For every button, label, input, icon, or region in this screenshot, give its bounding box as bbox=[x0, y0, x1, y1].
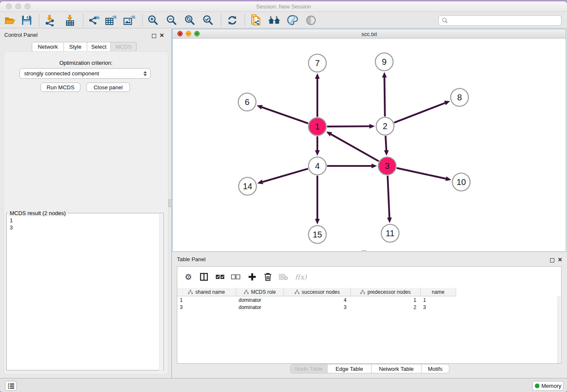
edge-arrowhead bbox=[257, 179, 263, 184]
cell-successor-nodes[interactable]: 3 bbox=[284, 304, 351, 311]
table-row[interactable]: 3dominator323 bbox=[177, 304, 456, 311]
cell-MCDS-role[interactable]: dominator bbox=[236, 304, 284, 311]
table-scrollbar[interactable] bbox=[557, 296, 561, 363]
run-mcds-button[interactable]: Run MCDS bbox=[41, 83, 80, 92]
network-frame-titlebar[interactable]: x − + scc.txt bbox=[173, 29, 566, 39]
cell-MCDS-role[interactable]: dominator bbox=[236, 296, 284, 304]
export-network-icon bbox=[88, 14, 100, 26]
style-preview-button[interactable] bbox=[285, 13, 300, 28]
unselect-all-columns-button[interactable] bbox=[229, 270, 242, 284]
columns-icon bbox=[200, 273, 208, 281]
table-row[interactable]: 1dominator411 bbox=[177, 296, 456, 304]
tab-motifs[interactable]: Motifs bbox=[421, 364, 449, 373]
tab-network-table[interactable]: Network Table bbox=[372, 364, 421, 373]
tab-node-table[interactable]: Node Table bbox=[290, 364, 328, 373]
homes-icon bbox=[267, 15, 281, 26]
zoom-fit-button[interactable] bbox=[183, 13, 197, 28]
control-panel-float-button[interactable] bbox=[152, 32, 156, 40]
edge-2-8[interactable] bbox=[394, 103, 445, 122]
zoom-in-button[interactable] bbox=[146, 13, 160, 28]
toolbar-separator bbox=[245, 14, 245, 26]
column-header-name[interactable]: name bbox=[421, 288, 456, 296]
edge-3-1[interactable] bbox=[331, 134, 379, 161]
edge-2-3[interactable] bbox=[385, 136, 386, 150]
refresh-layout-button[interactable] bbox=[225, 13, 239, 28]
show-columns-button[interactable] bbox=[197, 270, 211, 284]
import-network-button[interactable] bbox=[43, 13, 57, 28]
cell-predecessor-nodes[interactable]: 2 bbox=[351, 304, 421, 311]
mcds-result-list[interactable]: 1 3 bbox=[10, 217, 13, 231]
search-input[interactable] bbox=[448, 17, 561, 25]
control-tab-select[interactable]: Select bbox=[87, 42, 111, 52]
control-panel-close-button[interactable]: ✕ bbox=[160, 31, 164, 39]
open-session-button[interactable] bbox=[3, 13, 17, 28]
sort-hierarchy-icon bbox=[188, 290, 193, 294]
table-panel-close-button[interactable]: ✕ bbox=[558, 256, 562, 263]
export-network-button[interactable] bbox=[87, 13, 101, 28]
result-scrollbar[interactable] bbox=[159, 214, 163, 370]
function-builder-button[interactable]: f(x) bbox=[292, 270, 309, 284]
sort-hierarchy-icon bbox=[295, 290, 300, 294]
edge-arrowhead bbox=[372, 163, 377, 168]
control-tab-network[interactable]: Network bbox=[32, 42, 64, 52]
show-hide-button[interactable] bbox=[304, 13, 318, 28]
memory-label: Memory bbox=[542, 383, 561, 389]
select-all-columns-button[interactable] bbox=[213, 270, 227, 284]
node-label-15: 15 bbox=[313, 230, 322, 239]
zoom-out-button[interactable] bbox=[165, 13, 179, 28]
edge-3-10[interactable] bbox=[396, 168, 446, 179]
home-view-button[interactable] bbox=[267, 13, 281, 28]
node-label-7: 7 bbox=[315, 58, 319, 68]
window-titlebar: Session: New Session bbox=[0, 1, 567, 12]
paint-slash-icon bbox=[286, 14, 298, 26]
zoom-selected-button[interactable] bbox=[201, 13, 215, 28]
checked-boxes-icon bbox=[215, 274, 225, 279]
delete-column-button[interactable] bbox=[261, 270, 275, 284]
edge-3-11[interactable] bbox=[388, 176, 389, 218]
clone-network-button[interactable] bbox=[249, 13, 263, 28]
mcds-result-groupbox: MCDS result (2 nodes) 1 3 bbox=[6, 213, 164, 370]
tab-edge-table[interactable]: Edge Table bbox=[328, 364, 372, 373]
fx-icon: f(x) bbox=[295, 273, 306, 281]
close-panel-button[interactable]: Close panel bbox=[86, 83, 130, 92]
table-settings-button[interactable]: ⚙ bbox=[182, 270, 195, 284]
create-column-button[interactable] bbox=[245, 270, 259, 284]
edge-arrowhead bbox=[446, 177, 451, 181]
edge-1-6[interactable] bbox=[262, 107, 308, 123]
cell-shared-name[interactable]: 1 bbox=[177, 296, 236, 304]
edge-4-14[interactable] bbox=[263, 168, 308, 182]
edge-2-9[interactable] bbox=[384, 77, 385, 116]
plus-icon bbox=[248, 273, 256, 281]
column-header-MCDS-role[interactable]: MCDS role bbox=[236, 288, 284, 296]
cell-name[interactable]: 3 bbox=[421, 304, 456, 311]
network-canvas[interactable]: 1234678910111415 bbox=[173, 39, 566, 251]
status-bar: Memory bbox=[0, 378, 567, 392]
table-header-row: shared nameMCDS rolesuccessor nodesprede… bbox=[177, 288, 456, 296]
export-table-button[interactable] bbox=[104, 13, 118, 28]
save-session-button[interactable] bbox=[19, 13, 34, 28]
cell-predecessor-nodes[interactable]: 1 bbox=[351, 296, 421, 304]
gear-icon: ⚙ bbox=[184, 272, 192, 282]
node-label-3: 3 bbox=[385, 161, 389, 171]
control-tab-mcds[interactable]: MCDS bbox=[111, 42, 137, 52]
control-tab-style[interactable]: Style bbox=[64, 42, 87, 52]
edge-arrowhead bbox=[315, 219, 319, 224]
memory-button[interactable]: Memory bbox=[532, 381, 564, 391]
column-header-shared-name[interactable]: shared name bbox=[177, 288, 236, 296]
import-table-button[interactable] bbox=[63, 13, 77, 28]
delete-table-button[interactable] bbox=[277, 270, 290, 284]
criterion-select[interactable]: strongly connected component bbox=[19, 68, 151, 79]
edge-1-2[interactable] bbox=[327, 126, 369, 127]
export-image-button[interactable] bbox=[122, 13, 136, 28]
vertical-splitter-grip[interactable] bbox=[168, 199, 172, 207]
task-history-button[interactable] bbox=[5, 381, 17, 391]
table-panel-float-button[interactable] bbox=[550, 257, 554, 264]
unchecked-boxes-icon bbox=[231, 274, 240, 279]
zoom-out-icon bbox=[166, 14, 178, 26]
cell-shared-name[interactable]: 3 bbox=[177, 304, 236, 311]
cell-successor-nodes[interactable]: 4 bbox=[284, 296, 351, 304]
cell-name[interactable]: 1 bbox=[421, 296, 456, 304]
column-header-successor-nodes[interactable]: successor nodes bbox=[284, 288, 351, 296]
refresh-icon bbox=[226, 14, 238, 26]
column-header-predecessor-nodes[interactable]: predecessor nodes bbox=[351, 288, 421, 296]
